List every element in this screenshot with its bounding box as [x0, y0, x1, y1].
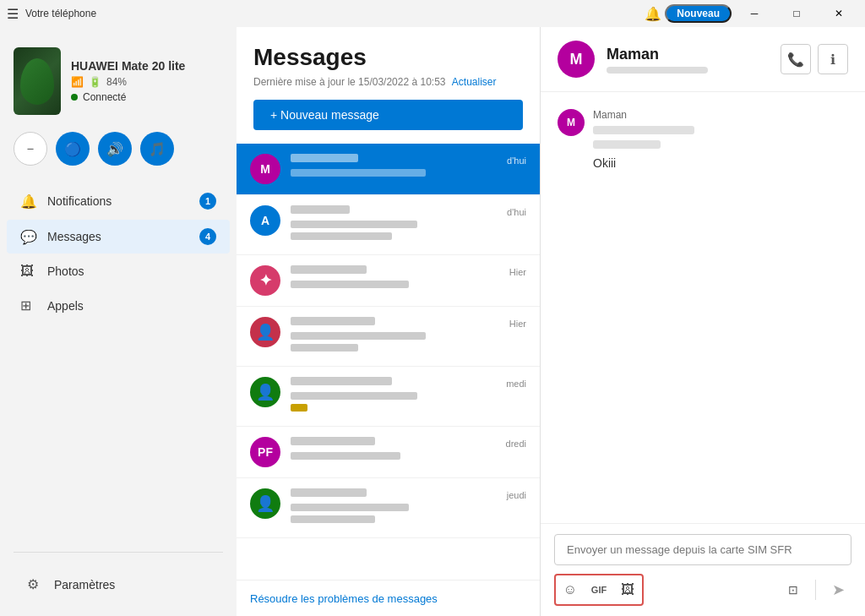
- avatar: A: [250, 205, 280, 236]
- minimize-button[interactable]: ─: [735, 0, 774, 27]
- conversation-item[interactable]: 👤 Hier: [237, 307, 540, 367]
- chat-toolbar: ☺ GIF 🖼 ⊡ ➤: [554, 574, 851, 606]
- conv-preview: [291, 504, 526, 515]
- chat-header-actions: 📞 ℹ: [781, 44, 848, 74]
- conv-name: [291, 317, 375, 330]
- clipboard-button[interactable]: ⊡: [780, 576, 807, 603]
- conv-content: d'hui: [291, 205, 526, 244]
- conv-preview: [291, 281, 526, 292]
- sidebar-bottom: ⚙ Paramètres: [0, 559, 237, 609]
- connected-dot: [71, 94, 78, 101]
- messages-subtitle: Dernière mise à jour le 15/03/2022 à 10:…: [253, 76, 523, 88]
- conv-preview2: [291, 404, 526, 416]
- conv-content: d'hui: [291, 154, 526, 181]
- conv-header-row: d'hui: [291, 205, 526, 218]
- chat-header: M Maman 📞 ℹ: [541, 27, 865, 92]
- music-button[interactable]: 🎵: [140, 132, 174, 166]
- battery-icon: 🔋: [89, 76, 101, 88]
- control-buttons: － 🔵 🔊 🎵: [0, 132, 237, 183]
- conversation-item[interactable]: M d'hui: [237, 144, 540, 195]
- avatar: 👤: [250, 317, 280, 347]
- settings-label: Paramètres: [54, 578, 209, 591]
- chat-contact-name: Maman: [607, 46, 769, 63]
- sidebar-item-label: Notifications: [47, 194, 199, 208]
- conv-preview2: [291, 515, 526, 527]
- actualiser-link[interactable]: Actualiser: [452, 76, 497, 88]
- conv-time: dredi: [506, 439, 526, 449]
- signal-icon: 📶: [71, 76, 84, 88]
- messages-badge: 4: [199, 228, 216, 245]
- conversation-item[interactable]: PF dredi: [237, 427, 540, 478]
- messages-panel: Messages Dernière mise à jour le 15/03/2…: [237, 27, 541, 616]
- chat-contact-avatar: M: [558, 41, 595, 78]
- conv-time: jeudi: [507, 490, 526, 500]
- new-message-button[interactable]: + Nouveau message: [253, 100, 523, 130]
- restore-button[interactable]: □: [777, 0, 816, 27]
- sidebar-item-photos[interactable]: 🖼 Photos: [7, 255, 230, 287]
- phone-image: [14, 47, 61, 115]
- conv-content: medi: [291, 377, 526, 416]
- conv-name: [291, 265, 367, 278]
- avatar: PF: [250, 437, 280, 467]
- avatar: 👤: [250, 377, 280, 407]
- send-button[interactable]: ➤: [824, 576, 851, 603]
- sidebar-item-appels[interactable]: ⊞ Appels: [7, 289, 230, 322]
- battery-percent: 84%: [106, 76, 127, 88]
- conv-header-row: Hier: [291, 265, 526, 278]
- conv-content: dredi: [291, 437, 526, 464]
- avatar: 👤: [250, 488, 280, 519]
- sidebar-item-notifications[interactable]: 🔔 Notifications 1: [7, 184, 230, 218]
- minus-button[interactable]: －: [14, 132, 47, 166]
- chat-input-area: ☺ GIF 🖼 ⊡ ➤: [541, 523, 865, 616]
- conversation-item[interactable]: ✦ Hier: [237, 255, 540, 307]
- info-button[interactable]: ℹ: [818, 44, 848, 74]
- message-blurred: [593, 126, 694, 134]
- settings-icon: ⚙: [27, 576, 44, 592]
- conversation-item[interactable]: 👤 medi: [237, 367, 540, 427]
- conversation-item[interactable]: A d'hui: [237, 195, 540, 255]
- phone-status-row: 📶 🔋 84%: [71, 76, 185, 88]
- conv-preview: [291, 452, 526, 464]
- emoji-button[interactable]: ☺: [557, 576, 584, 603]
- resolve-link[interactable]: Résoudre les problèmes de messages: [250, 592, 438, 605]
- sidebar-item-messages[interactable]: 💬 Messages 4: [7, 220, 230, 253]
- titlebar-left: ☰ Votre téléphone: [7, 6, 96, 22]
- conv-time: Hier: [509, 319, 526, 329]
- bell-icon[interactable]: 🔔: [645, 6, 661, 22]
- message-input[interactable]: [554, 534, 851, 565]
- close-button[interactable]: ✕: [819, 0, 858, 27]
- message-blurred: [593, 140, 661, 149]
- sidebar-item-label: Photos: [47, 264, 216, 278]
- conv-name: [291, 154, 358, 166]
- titlebar-controls: 🔔 Nouveau ─ □ ✕: [645, 0, 858, 27]
- chat-panel: M Maman 📞 ℹ M Maman Oki: [541, 27, 865, 616]
- conv-time: d'hui: [507, 155, 526, 166]
- call-button[interactable]: 📞: [781, 44, 811, 74]
- notifications-badge: 1: [199, 193, 216, 210]
- hamburger-icon[interactable]: ☰: [7, 6, 19, 22]
- conv-name: [291, 205, 350, 218]
- sidebar-item-settings[interactable]: ⚙ Paramètres: [14, 568, 223, 601]
- image-button[interactable]: 🖼: [614, 576, 641, 603]
- phone-name: HUAWEI Mate 20 lite: [71, 59, 185, 73]
- message-avatar: M: [558, 109, 585, 136]
- chat-contact-subtitle: [607, 67, 708, 74]
- notifications-icon: 🔔: [20, 194, 37, 210]
- nouveau-button[interactable]: Nouveau: [665, 4, 732, 23]
- avatar: ✦: [250, 265, 280, 296]
- conv-header-row: medi: [291, 377, 526, 390]
- bluetooth-button[interactable]: 🔵: [56, 132, 90, 166]
- photos-icon: 🖼: [20, 264, 37, 279]
- messages-footer: Résoudre les problèmes de messages: [237, 580, 540, 616]
- tool-group-highlighted: ☺ GIF 🖼: [554, 574, 644, 606]
- conv-preview2: [291, 344, 526, 356]
- appels-icon: ⊞: [20, 297, 37, 313]
- connected-row: Connecté: [71, 91, 185, 103]
- gif-button[interactable]: GIF: [585, 576, 612, 603]
- volume-button[interactable]: 🔊: [98, 132, 132, 166]
- app-title: Votre téléphone: [25, 8, 96, 19]
- conversation-item[interactable]: 👤 jeudi: [237, 478, 540, 538]
- conv-content: jeudi: [291, 488, 526, 527]
- message-sender: Maman: [593, 109, 694, 121]
- conv-preview: [291, 221, 526, 232]
